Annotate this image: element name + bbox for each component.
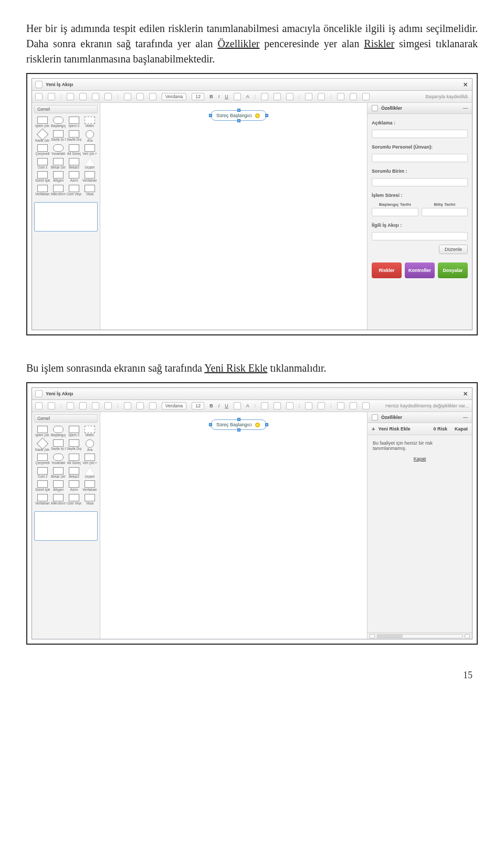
palette-item[interactable]: Sayfa Dış: [67, 130, 81, 143]
input-birim[interactable]: [372, 178, 468, 186]
diagram-canvas[interactable]: Süreç Başlangıcı: [100, 103, 367, 330]
stroke-icon[interactable]: [305, 402, 312, 409]
palette-item[interactable]: Süreli İşle: [35, 480, 50, 492]
layout-icon[interactable]: [362, 93, 370, 100]
scroll-right-icon[interactable]: [465, 634, 470, 638]
palette-item[interactable]: Sayfa Dış: [67, 439, 81, 452]
font-size-select[interactable]: 12: [192, 93, 204, 100]
line-style-icon[interactable]: [337, 93, 344, 100]
palette-item[interactable]: Veri (str.+: [82, 454, 97, 465]
align-icon[interactable]: A: [246, 403, 249, 408]
palette-item[interactable]: Çerçeveli: [35, 454, 50, 465]
palette-section-header[interactable]: Genel: [34, 105, 98, 113]
palette-item[interactable]: Başlangıç: [51, 117, 66, 128]
toolbar-zoomin-icon[interactable]: [92, 402, 99, 409]
font-size-select[interactable]: 12: [192, 402, 204, 409]
input-baslangic-tarihi[interactable]: [372, 208, 418, 216]
scroll-track[interactable]: [377, 634, 463, 638]
align-left-icon[interactable]: [261, 93, 268, 100]
node-handle[interactable]: [265, 114, 268, 117]
palette-item[interactable]: Belge2: [67, 467, 81, 479]
plus-icon[interactable]: +: [372, 426, 375, 432]
toolbar-fit-icon[interactable]: [67, 402, 74, 409]
toolbar-print-icon[interactable]: [124, 402, 131, 409]
text-color-icon[interactable]: [234, 402, 241, 409]
horizontal-scrollbar[interactable]: [368, 633, 472, 639]
palette-item[interactable]: İşlem 2: [67, 426, 81, 437]
palette-section-header[interactable]: Genel: [34, 414, 98, 423]
diagram-canvas[interactable]: Süreç Başlangıcı: [100, 412, 367, 639]
toolbar-undo-icon[interactable]: [35, 402, 43, 409]
kontroller-button[interactable]: Kontroller: [405, 262, 435, 278]
palette-item[interactable]: Veritabanı: [35, 494, 50, 506]
palette-item[interactable]: Mikroform: [51, 494, 66, 506]
input-bitis-tarihi[interactable]: [422, 208, 468, 216]
toolbar-redo-icon[interactable]: [48, 93, 55, 100]
palette-item[interactable]: Yuvarlatıl: [51, 144, 66, 156]
collapse-icon[interactable]: —: [463, 106, 468, 111]
palette-item[interactable]: Adım: [67, 480, 81, 492]
layout-icon[interactable]: [362, 402, 370, 409]
toolbar-print-icon[interactable]: [124, 93, 131, 100]
palette-item[interactable]: Çerçeveli: [35, 144, 50, 156]
toolbar-zoomout-icon[interactable]: [104, 93, 112, 100]
palette-item[interactable]: Adım: [67, 171, 81, 183]
palette-item[interactable]: Süreli İşle: [35, 171, 50, 183]
palette-item[interactable]: Sayfa İçi I: [51, 130, 66, 143]
close-risk-panel[interactable]: Kapat: [455, 426, 468, 432]
palette-item[interactable]: Veri (str.+: [82, 144, 97, 156]
palette-item[interactable]: Başlangıç: [51, 426, 66, 437]
input-personel[interactable]: [372, 154, 468, 162]
toolbar-guides-icon[interactable]: [149, 93, 156, 100]
toolbar-fit-icon[interactable]: [67, 93, 74, 100]
palette-item[interactable]: İşlem (str.: [35, 117, 50, 128]
page-thumb[interactable]: [34, 511, 98, 541]
palette-item[interactable]: Altıgen: [51, 480, 66, 492]
palette-item[interactable]: Karar (str.: [35, 130, 50, 143]
italic-icon[interactable]: I: [218, 403, 220, 408]
palette-item[interactable]: Belge (str.: [51, 467, 66, 479]
rect-icon[interactable]: [350, 93, 357, 100]
palette-item[interactable]: Veritabanı: [82, 480, 97, 492]
align-left-icon[interactable]: [261, 402, 268, 409]
riskler-button[interactable]: Riskler: [372, 262, 402, 278]
toolbar-guides-icon[interactable]: [149, 402, 156, 409]
dosyalar-button[interactable]: Dosyalar: [438, 262, 468, 278]
underline-icon[interactable]: U: [225, 403, 228, 408]
align-icon[interactable]: A: [246, 94, 249, 99]
node-handle[interactable]: [237, 109, 240, 112]
palette-item[interactable]: Karar (str.: [35, 439, 50, 452]
align-h-icon[interactable]: [274, 402, 281, 409]
palette-item[interactable]: Özel Veya: [67, 494, 81, 506]
node-handle[interactable]: [209, 423, 212, 426]
node-handle[interactable]: [237, 119, 240, 122]
palette-item[interactable]: Mikroform: [51, 185, 66, 196]
toolbar-zoom-icon[interactable]: [79, 93, 87, 100]
node-handle[interactable]: [237, 418, 240, 421]
page-thumb[interactable]: [34, 202, 98, 232]
process-start-node[interactable]: Süreç Başlangıcı: [211, 110, 267, 121]
palette-item[interactable]: Özel Veya: [67, 185, 81, 196]
palette-item[interactable]: İşlem 2: [67, 117, 81, 128]
palette-item[interactable]: Belge (str.: [51, 158, 66, 170]
palette-item[interactable]: Özel 2: [35, 158, 50, 170]
palette-item[interactable]: Ara: [82, 130, 97, 143]
palette-item[interactable]: Alt Süreç: [67, 454, 81, 465]
input-aciklama[interactable]: [372, 130, 468, 138]
align-v-icon[interactable]: [286, 93, 293, 100]
palette-item[interactable]: İşlem (str.: [35, 426, 50, 437]
palette-item[interactable]: Belge2: [67, 158, 81, 170]
input-ilgili-akis[interactable]: [372, 232, 468, 240]
scroll-left-icon[interactable]: [370, 634, 375, 638]
palette-item[interactable]: Alt Süreç: [67, 144, 81, 156]
bold-icon[interactable]: B: [209, 94, 213, 99]
node-handle[interactable]: [209, 114, 212, 117]
process-start-node[interactable]: Süreç Başlangıcı: [211, 419, 267, 430]
collapse-icon[interactable]: —: [463, 415, 468, 420]
stroke-icon[interactable]: [305, 93, 312, 100]
align-v-icon[interactable]: [286, 402, 293, 409]
palette-item[interactable]: Özel 2: [35, 467, 50, 479]
close-icon[interactable]: ✕: [461, 390, 469, 397]
align-h-icon[interactable]: [274, 93, 281, 100]
italic-icon[interactable]: I: [218, 94, 220, 99]
